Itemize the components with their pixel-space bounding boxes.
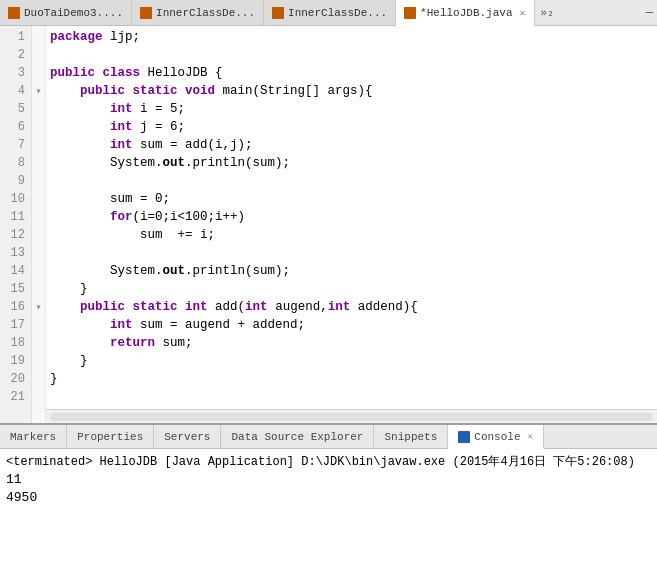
java-file-icon xyxy=(140,7,152,19)
panel-tab-snippets[interactable]: Snippets xyxy=(374,425,448,448)
console-output-line1: 11 xyxy=(6,471,651,489)
panel-tab-datasource[interactable]: Data Source Explorer xyxy=(221,425,374,448)
code-line-14: System.out.println(sum); xyxy=(50,262,653,280)
horizontal-scrollbar[interactable] xyxy=(46,409,657,423)
snippets-label: Snippets xyxy=(384,431,437,443)
line-num: 2 xyxy=(6,46,25,64)
line-num: 11 xyxy=(6,208,25,226)
code-line-5: int i = 5; xyxy=(50,100,653,118)
line-num: 20 xyxy=(6,370,25,388)
code-line-11: for(i=0;i<100;i++) xyxy=(50,208,653,226)
line-num: 5 xyxy=(6,100,25,118)
line-num: 12 xyxy=(6,226,25,244)
scrollbar-track[interactable] xyxy=(50,413,653,421)
tab-hellojdb[interactable]: *HelloJDB.java ✕ xyxy=(396,0,534,26)
line-num: 10 xyxy=(6,190,25,208)
tab-innerclass2[interactable]: InnerClassDe... xyxy=(264,0,396,25)
panel-tab-console[interactable]: Console ✕ xyxy=(448,425,544,449)
gutter-line xyxy=(32,352,45,370)
gutter-line xyxy=(32,172,45,190)
code-line-15: } xyxy=(50,280,653,298)
line-num: 9 xyxy=(6,172,25,190)
editor-area: 1 2 3 4 5 6 7 8 9 10 11 12 13 14 15 16 1… xyxy=(0,26,657,423)
tab-label: DuoTaiDemo3.... xyxy=(24,7,123,19)
gutter-line xyxy=(32,226,45,244)
line-num: 1 xyxy=(6,28,25,46)
tab-innerclass1[interactable]: InnerClassDe... xyxy=(132,0,264,25)
code-line-1: package ljp; xyxy=(50,28,653,46)
tab-label: *HelloJDB.java xyxy=(420,7,512,19)
gutter-line xyxy=(32,208,45,226)
line-num: 13 xyxy=(6,244,25,262)
code-line-17: int sum = augend + addend; xyxy=(50,316,653,334)
code-line-10: sum = 0; xyxy=(50,190,653,208)
line-num: 6 xyxy=(6,118,25,136)
code-line-19: } xyxy=(50,352,653,370)
code-line-21 xyxy=(50,388,653,406)
code-line-18: return sum; xyxy=(50,334,653,352)
code-line-8: System.out.println(sum); xyxy=(50,154,653,172)
tab-close-icon[interactable]: ✕ xyxy=(520,7,526,19)
line-num: 8 xyxy=(6,154,25,172)
tab-label: InnerClassDe... xyxy=(156,7,255,19)
tab-label: InnerClassDe... xyxy=(288,7,387,19)
markers-label: Markers xyxy=(10,431,56,443)
gutter-line xyxy=(32,118,45,136)
console-icon xyxy=(458,431,470,443)
java-file-icon xyxy=(8,7,20,19)
code-editor[interactable]: package ljp; public class HelloJDB { pub… xyxy=(46,26,657,408)
gutter-line xyxy=(32,154,45,172)
code-scroll[interactable]: package ljp; public class HelloJDB { pub… xyxy=(46,26,657,409)
tab-bar: DuoTaiDemo3.... InnerClassDe... InnerCla… xyxy=(0,0,657,26)
gutter-line xyxy=(32,46,45,64)
console-panel-content: <terminated> HelloJDB [Java Application]… xyxy=(0,449,657,583)
datasource-label: Data Source Explorer xyxy=(231,431,363,443)
panel-tab-bar: Markers Properties Servers Data Source E… xyxy=(0,425,657,449)
gutter-line xyxy=(32,316,45,334)
code-line-13 xyxy=(50,244,653,262)
panel-tab-markers[interactable]: Markers xyxy=(0,425,67,448)
editor-scroll: package ljp; public class HelloJDB { pub… xyxy=(46,26,657,423)
code-line-6: int j = 6; xyxy=(50,118,653,136)
line-num: 4 xyxy=(6,82,25,100)
tab-overflow[interactable]: »₂ xyxy=(535,0,560,25)
gutter-line xyxy=(32,64,45,82)
gutter-line xyxy=(32,262,45,280)
gutter-line xyxy=(32,280,45,298)
gutter-line xyxy=(32,28,45,46)
line-num: 7 xyxy=(6,136,25,154)
console-header: <terminated> HelloJDB [Java Application]… xyxy=(6,453,651,471)
gutter-line xyxy=(32,190,45,208)
code-line-20: } xyxy=(50,370,653,388)
window-controls: — xyxy=(642,0,657,25)
fold-marker-line4[interactable]: ▾ xyxy=(32,82,45,100)
line-num: 14 xyxy=(6,262,25,280)
fold-marker-line16[interactable]: ▾ xyxy=(32,298,45,316)
gutter-line xyxy=(32,334,45,352)
tab-duotai[interactable]: DuoTaiDemo3.... xyxy=(0,0,132,25)
code-line-9 xyxy=(50,172,653,190)
code-line-4: public static void main(String[] args){ xyxy=(50,82,653,100)
panel-tab-properties[interactable]: Properties xyxy=(67,425,154,448)
gutter-line xyxy=(32,370,45,388)
console-output-line2: 4950 xyxy=(6,489,651,507)
code-line-7: int sum = add(i,j); xyxy=(50,136,653,154)
line-num: 18 xyxy=(6,334,25,352)
servers-label: Servers xyxy=(164,431,210,443)
gutter-line xyxy=(32,100,45,118)
properties-label: Properties xyxy=(77,431,143,443)
line-num: 17 xyxy=(6,316,25,334)
gutter-line xyxy=(32,136,45,154)
console-close-icon[interactable]: ✕ xyxy=(528,431,533,442)
code-line-3: public class HelloJDB { xyxy=(50,64,653,82)
minimize-icon[interactable]: — xyxy=(646,6,653,20)
code-line-16: public static int add(int augend,int add… xyxy=(50,298,653,316)
line-num: 16 xyxy=(6,298,25,316)
java-file-icon xyxy=(404,7,416,19)
gutter-line xyxy=(32,244,45,262)
code-line-2 xyxy=(50,46,653,64)
panel-tab-servers[interactable]: Servers xyxy=(154,425,221,448)
line-num: 15 xyxy=(6,280,25,298)
line-numbers: 1 2 3 4 5 6 7 8 9 10 11 12 13 14 15 16 1… xyxy=(0,26,32,423)
editor-gutter: ▾ ▾ xyxy=(32,26,46,423)
